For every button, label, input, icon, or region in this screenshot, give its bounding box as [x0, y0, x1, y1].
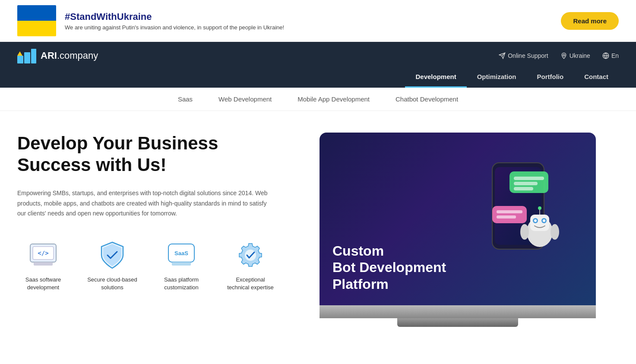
hero-section: Develop Your Business Success with Us! E… [0, 111, 636, 344]
flag-blue [17, 5, 56, 21]
ukraine-link[interactable]: Ukraine [560, 52, 590, 59]
svg-rect-26 [497, 215, 516, 218]
nav-link-development[interactable]: Development [405, 67, 466, 88]
gear-check-icon-wrapper [236, 241, 265, 270]
svg-point-32 [543, 219, 545, 222]
svg-text:SaaS: SaaS [174, 250, 188, 256]
ukraine-flag [17, 5, 56, 36]
feature-saas-platform: SaaS Saas platform customization [155, 241, 207, 291]
subnav: Saas Web Development Mobile App Developm… [0, 88, 636, 111]
logo-bold: ARI [41, 50, 57, 61]
subnav-mobile-app[interactable]: Mobile App Development [297, 95, 370, 103]
svg-rect-12 [34, 262, 53, 266]
banner-subtitle: We are uniting against Putin's invasion … [65, 24, 284, 31]
code-icon-wrapper: </> [28, 241, 58, 270]
tv-text-line3: Platform [332, 276, 446, 292]
tv-screen: Custom Bot Development Platform [320, 133, 596, 305]
tv-stand [320, 305, 596, 318]
svg-text:</>: </> [38, 250, 48, 256]
code-icon: </> [29, 243, 57, 267]
ukraine-banner: #StandWithUkraine We are uniting against… [0, 0, 636, 42]
saas-icon: SaaS [168, 243, 195, 267]
svg-rect-21 [514, 177, 544, 180]
globe-icon [602, 52, 609, 59]
svg-rect-2 [31, 49, 36, 63]
send-icon [499, 52, 506, 59]
online-support-link[interactable]: Online Support [499, 52, 548, 59]
banner-left: #StandWithUkraine We are uniting against… [17, 5, 284, 36]
bot-illustration-area [462, 141, 583, 297]
saas-icon-wrapper: SaaS [167, 241, 196, 270]
subnav-web-development[interactable]: Web Development [218, 95, 272, 103]
features-row: </> Saas software development Secure clo… [17, 241, 302, 291]
hero-left: Develop Your Business Success with Us! E… [17, 133, 302, 292]
hero-heading-line2: Success with Us! [17, 155, 166, 175]
hero-heading: Develop Your Business Success with Us! [17, 133, 302, 176]
language-label: En [611, 52, 619, 59]
online-support-label: Online Support [508, 52, 548, 59]
hero-heading-line1: Develop Your Business [17, 133, 218, 153]
svg-point-36 [551, 224, 559, 240]
svg-rect-15 [172, 262, 191, 266]
feature-exceptional-label: Exceptional technical expertise [225, 276, 276, 291]
banner-text: #StandWithUkraine We are uniting against… [65, 11, 284, 31]
bot-illustration [466, 150, 579, 288]
svg-point-6 [563, 54, 565, 56]
tv-base [397, 318, 518, 327]
svg-rect-24 [492, 206, 527, 223]
tv-text: Custom Bot Development Platform [332, 243, 446, 292]
nav-link-contact[interactable]: Contact [574, 67, 619, 88]
banner-hashtag: #StandWithUkraine [65, 11, 284, 22]
svg-rect-25 [497, 210, 522, 213]
feature-exceptional: Exceptional technical expertise [225, 241, 276, 291]
feature-saas-software: </> Saas software development [17, 241, 69, 291]
shield-icon-wrapper [98, 241, 127, 270]
gear-check-icon [237, 242, 264, 269]
subnav-chatbot[interactable]: Chatbot Development [396, 95, 458, 103]
svg-rect-28 [530, 215, 549, 231]
logo-icon [17, 48, 36, 63]
svg-point-35 [520, 224, 529, 240]
logo-light: .company [57, 50, 98, 61]
nav-utils: Online Support Ukraine En [499, 52, 619, 59]
feature-secure-cloud: Secure cloud-based solutions [86, 241, 138, 291]
feature-saas-platform-label: Saas platform customization [155, 276, 207, 291]
logo[interactable]: ARI.company [17, 48, 98, 63]
svg-rect-23 [514, 187, 533, 190]
subnav-saas[interactable]: Saas [178, 95, 193, 103]
tv-text-line1: Custom [332, 243, 446, 259]
feature-secure-cloud-label: Secure cloud-based solutions [86, 276, 138, 291]
navbar-top: ARI.company Online Support Ukraine [17, 42, 619, 67]
hero-right: Custom Bot Development Platform [320, 133, 596, 327]
ukraine-label: Ukraine [570, 52, 590, 59]
navbar-bottom: Development Optimization Portfolio Conta… [17, 67, 619, 88]
language-link[interactable]: En [602, 52, 619, 59]
location-icon [560, 52, 567, 59]
svg-point-31 [534, 219, 537, 222]
nav-link-portfolio[interactable]: Portfolio [527, 67, 574, 88]
main-navbar: ARI.company Online Support Ukraine [0, 42, 636, 88]
flag-yellow [17, 21, 56, 36]
shield-icon [101, 241, 124, 269]
nav-link-optimization[interactable]: Optimization [467, 67, 527, 88]
svg-point-34 [538, 206, 541, 210]
hero-description: Empowering SMBs, startups, and enterpris… [17, 188, 268, 219]
feature-saas-software-label: Saas software development [17, 276, 69, 291]
svg-rect-1 [24, 52, 30, 63]
tv-text-line2: Bot Development [332, 259, 446, 275]
svg-rect-22 [514, 182, 538, 185]
svg-marker-3 [17, 51, 22, 56]
logo-text: ARI.company [41, 50, 98, 61]
read-more-button[interactable]: Read more [561, 12, 619, 30]
svg-rect-0 [17, 56, 23, 63]
